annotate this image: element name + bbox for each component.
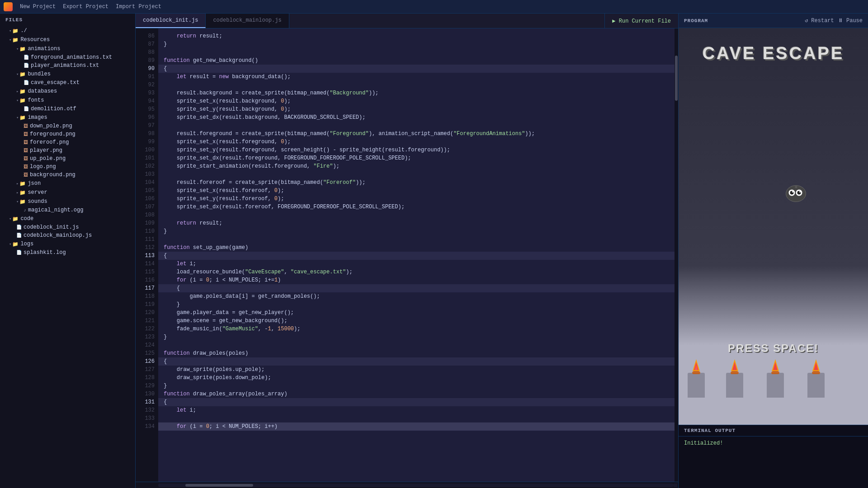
code-editor: 8687888990919293949596979899100101102103… (136, 28, 678, 482)
chevron-icon: ▾ (16, 199, 19, 204)
sidebar-json-label: json (28, 180, 124, 187)
sidebar-item-demolition[interactable]: 📄 demolition.otf (0, 105, 135, 113)
sidebar-logs-label: logs (20, 241, 124, 247)
sidebar-item-cave-escape-txt[interactable]: 📄 cave_escape.txt (0, 79, 135, 87)
sidebar-down-pole-label: down_pole.png (30, 123, 132, 129)
chevron-icon: ▾ (16, 115, 19, 120)
sidebar-item-databases[interactable]: ▸ 📁 databases + (0, 87, 135, 96)
sidebar-codeblock-init-label: codeblock_init.js (24, 224, 132, 230)
pole-1 (688, 373, 705, 398)
menu-export-project[interactable]: Export Project (63, 4, 108, 10)
svg-point-18 (812, 371, 820, 374)
chevron-icon: ▾ (9, 216, 11, 221)
terminal-section: TERMINAL OUTPUT Initialized! (679, 425, 868, 488)
sidebar: FILES ▾ 📁 ./ + ▾ 📁 Resources + ▾ 📁 anima… (0, 14, 136, 488)
sidebar-item-images[interactable]: ▾ 📁 images + (0, 113, 135, 122)
sidebar-item-foreground-anim[interactable]: 📄 foreground_animations.txt (0, 53, 135, 61)
sidebar-item-logo-png[interactable]: 🖼 logo.png (0, 163, 135, 171)
menu-import-project[interactable]: Import Project (116, 4, 161, 10)
run-current-file-button[interactable]: ▶ Run Current File (604, 14, 678, 28)
sidebar-item-codeblock-init[interactable]: 📄 codeblock_init.js (0, 223, 135, 231)
game-canvas: CAVE ESCAPE (679, 28, 868, 425)
folder-icon: 📁 (19, 71, 26, 77)
sidebar-item-bundles[interactable]: ▾ 📁 bundles + (0, 70, 135, 79)
sidebar-item-down-pole[interactable]: 🖼 down_pole.png (0, 122, 135, 130)
sidebar-databases-label: databases (28, 88, 124, 94)
tab-codeblock-mainloop[interactable]: codeblock_mainloop.js (206, 14, 289, 28)
sidebar-item-foreroof-png[interactable]: 🖼 foreroof.png (0, 138, 135, 146)
menu-new-project[interactable]: New Project (20, 4, 56, 10)
horizontal-scrollbar-track[interactable] (158, 483, 674, 487)
sidebar-item-fonts[interactable]: ▾ 📁 fonts + (0, 96, 135, 105)
sidebar-foreroof-png-label: foreroof.png (30, 139, 132, 145)
sidebar-item-magical-night[interactable]: ♪ magical_night.ogg (0, 206, 135, 214)
sidebar-item-splashkit-log[interactable]: 📄 splashkit.log (0, 249, 135, 257)
sidebar-header: FILES (0, 14, 135, 26)
line-numbers: 8687888990919293949596979899100101102103… (136, 28, 158, 482)
sidebar-resources-label: Resources (20, 37, 124, 43)
editor-area: codeblock_init.js codeblock_mainloop.js … (136, 14, 678, 488)
svg-point-8 (692, 371, 700, 374)
pole-3 (767, 373, 784, 398)
sidebar-item-server[interactable]: ▸ 📁 server + (0, 188, 135, 197)
sidebar-item-logs[interactable]: ▾ 📁 logs + (0, 239, 135, 249)
sidebar-item-code[interactable]: ▾ 📁 code + (0, 214, 135, 223)
svg-point-12 (731, 371, 739, 374)
sidebar-up-pole-label: up_pole.png (30, 155, 132, 162)
vertical-scrollbar[interactable] (675, 28, 678, 482)
file-icon: 📄 (16, 225, 22, 230)
horizontal-scrollbar-thumb[interactable] (185, 484, 253, 487)
pause-button[interactable]: ⏸ Pause (838, 17, 863, 24)
code-content[interactable]: return result;} function get_new_backgro… (158, 28, 675, 482)
sidebar-item-player-anim[interactable]: 📄 player_animations.txt (0, 61, 135, 70)
sidebar-player-png-label: player.png (30, 147, 132, 154)
sidebar-item-sounds[interactable]: ▾ 📁 sounds + (0, 197, 135, 206)
app-logo (4, 2, 13, 11)
sidebar-item-player-png[interactable]: 🖼 player.png (0, 146, 135, 155)
main-layout: FILES ▾ 📁 ./ + ▾ 📁 Resources + ▾ 📁 anima… (0, 14, 868, 488)
chevron-icon: ▾ (16, 47, 19, 52)
press-space-text: PRESS SPACE! (728, 342, 819, 355)
sidebar-item-foreground-png[interactable]: 🖼 foreground.png (0, 130, 135, 138)
folder-icon: 📁 (19, 46, 26, 52)
folder-icon: 📁 (12, 28, 19, 34)
sidebar-server-label: server (28, 189, 124, 196)
sidebar-code-label: code (20, 216, 124, 222)
terminal-header: TERMINAL OUTPUT (679, 425, 868, 436)
sidebar-magical-night-label: magical_night.ogg (28, 207, 132, 213)
folder-icon: 📁 (19, 181, 26, 187)
player-character (783, 183, 808, 206)
program-buttons: ↺ Restart ⏸ Pause (805, 17, 863, 24)
file-icon: 📄 (24, 80, 29, 85)
chevron-icon: ▾ (9, 242, 11, 247)
sidebar-root[interactable]: ▾ 📁 ./ + (0, 26, 135, 35)
sidebar-item-resources[interactable]: ▾ 📁 Resources + (0, 35, 135, 44)
game-preview: CAVE ESCAPE (679, 28, 868, 425)
sidebar-item-json[interactable]: ▸ 📁 json + (0, 179, 135, 188)
file-icon: 🖼 (24, 131, 28, 137)
sidebar-root-label: ./ (20, 28, 124, 34)
tab-codeblock-init[interactable]: codeblock_init.js (136, 14, 206, 28)
restart-button[interactable]: ↺ Restart (805, 17, 834, 24)
file-icon: 🖼 (24, 140, 28, 145)
scrollbar-corner (674, 483, 677, 487)
file-icon: 🖼 (24, 164, 28, 169)
program-title: PROGRAM (684, 18, 708, 23)
svg-point-15 (771, 371, 779, 374)
sidebar-item-codeblock-mainloop[interactable]: 📄 codeblock_mainloop.js (0, 231, 135, 239)
chevron-icon: ▾ (9, 38, 11, 42)
file-icon: 🖼 (24, 148, 28, 153)
sidebar-codeblock-mainloop-label: codeblock_mainloop.js (24, 232, 132, 239)
program-panel: PROGRAM ↺ Restart ⏸ Pause CAVE ESCAPE (678, 14, 868, 488)
folder-icon: 📁 (19, 115, 26, 121)
sidebar-splashkit-log-label: splashkit.log (24, 249, 132, 256)
chevron-right-icon: ▸ (16, 190, 19, 195)
sidebar-item-background-png[interactable]: 🖼 background.png (0, 171, 135, 179)
svg-rect-7 (795, 185, 797, 188)
top-bar: New Project Export Project Import Projec… (0, 0, 868, 14)
floor (679, 375, 868, 425)
chevron-icon: ▾ (16, 98, 19, 103)
sidebar-item-up-pole[interactable]: 🖼 up_pole.png (0, 155, 135, 163)
sidebar-item-animations[interactable]: ▾ 📁 animations + (0, 44, 135, 53)
folder-icon: 📁 (12, 37, 19, 43)
